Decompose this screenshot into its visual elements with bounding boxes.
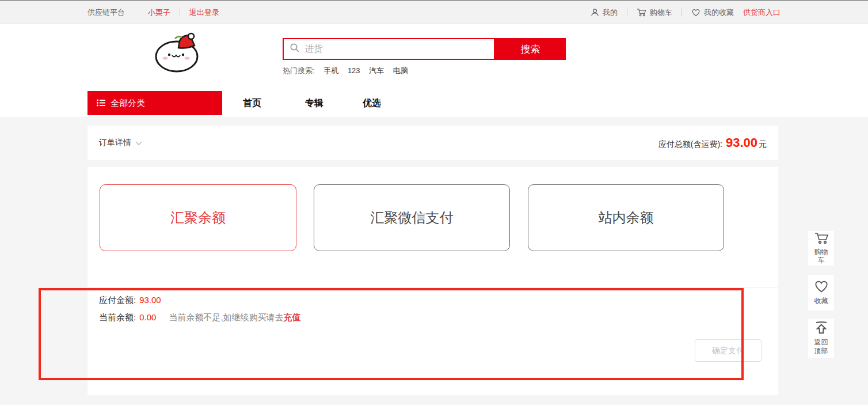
rail-cart-button[interactable]: 购物车 (808, 230, 835, 266)
search-button[interactable]: 搜索 (495, 38, 566, 60)
favorites-label: 我的收藏 (704, 7, 734, 18)
order-details-toggle[interactable]: 订单详情 (99, 138, 142, 148)
search-input-wrap (283, 38, 495, 60)
my-account-link[interactable]: 我的 (591, 7, 618, 18)
search-input[interactable] (304, 44, 494, 54)
panel-divider (87, 287, 778, 287)
hot-word-link[interactable]: 电脑 (393, 66, 408, 75)
page: 供应链平台 小栗子 退出登录 我的 购物车 我的收藏 供货商入口 (0, 0, 868, 405)
cart-icon (637, 8, 646, 17)
payment-method-huiju-balance[interactable]: 汇聚余额 (100, 184, 296, 251)
logout-link[interactable]: 退出登录 (189, 7, 219, 18)
supplier-entry-link[interactable]: 供货商入口 (743, 7, 781, 18)
total-label: 应付总额(含运费): (658, 139, 722, 150)
hot-search-label: 热门搜索: (283, 66, 315, 75)
favorites-link[interactable]: 我的收藏 (691, 7, 734, 18)
heart-icon (814, 280, 829, 295)
platform-label: 供应链平台 (87, 7, 125, 18)
nav-item-featured[interactable]: 优选 (363, 91, 381, 115)
payment-method-site-balance[interactable]: 站内余额 (528, 184, 724, 251)
list-menu-icon (97, 99, 105, 108)
topbar-divider (180, 9, 180, 16)
site-logo[interactable] (145, 32, 213, 73)
nav-item-albums[interactable]: 专辑 (305, 91, 323, 115)
annotation-highlight-box (39, 288, 744, 380)
topbar-divider (627, 9, 627, 16)
topbar-left: 供应链平台 小栗子 退出登录 (87, 7, 219, 18)
heart-icon (691, 9, 701, 17)
nav-item-home[interactable]: 首页 (243, 91, 261, 115)
back-to-top-button[interactable]: 返回顶部 (808, 318, 835, 358)
order-bar: 订单详情 应付总额(含运费): 93.00 元 (87, 126, 778, 160)
order-total: 应付总额(含运费): 93.00 元 (658, 135, 767, 150)
back-to-top-label: 返回顶部 (813, 338, 830, 355)
rail-favorite-button[interactable]: 收藏 (808, 274, 835, 311)
topbar: 供应链平台 小栗子 退出登录 我的 购物车 我的收藏 供货商入口 (0, 0, 868, 24)
order-details-label: 订单详情 (99, 138, 131, 148)
cart-icon (814, 232, 829, 246)
header: 搜索 热门搜索: 手机 123 汽车 电脑 (0, 25, 868, 91)
back-to-top-icon (814, 321, 828, 336)
username-link[interactable]: 小栗子 (148, 7, 170, 18)
total-amount: 93.00 (726, 135, 757, 150)
all-categories-label: 全部分类 (111, 98, 145, 109)
content-area: 订单详情 应付总额(含运费): 93.00 元 汇聚余额 汇聚微信支付 站内余额… (0, 117, 868, 405)
chevron-down-icon (135, 138, 142, 147)
rail-cart-label: 购物车 (813, 248, 830, 265)
cart-link[interactable]: 购物车 (637, 7, 672, 18)
search-box: 搜索 (283, 38, 566, 60)
currency-label: 元 (759, 139, 767, 150)
hot-word-link[interactable]: 手机 (323, 66, 338, 75)
hot-search-row: 热门搜索: 手机 123 汽车 电脑 (283, 66, 408, 76)
topbar-right: 我的 购物车 我的收藏 供货商入口 (591, 7, 781, 18)
all-categories-button[interactable]: 全部分类 (87, 91, 222, 115)
person-icon (591, 8, 599, 17)
payment-method-huiju-wechat[interactable]: 汇聚微信支付 (314, 184, 510, 251)
search-icon (290, 43, 300, 55)
my-account-label: 我的 (603, 7, 618, 18)
rail-favorite-label: 收藏 (813, 297, 830, 305)
hot-word-link[interactable]: 123 (348, 66, 360, 75)
cart-label: 购物车 (650, 7, 672, 18)
main-nav: 全部分类 首页 专辑 优选 (0, 91, 868, 115)
topbar-divider (682, 9, 682, 16)
hot-word-link[interactable]: 汽车 (369, 66, 384, 75)
